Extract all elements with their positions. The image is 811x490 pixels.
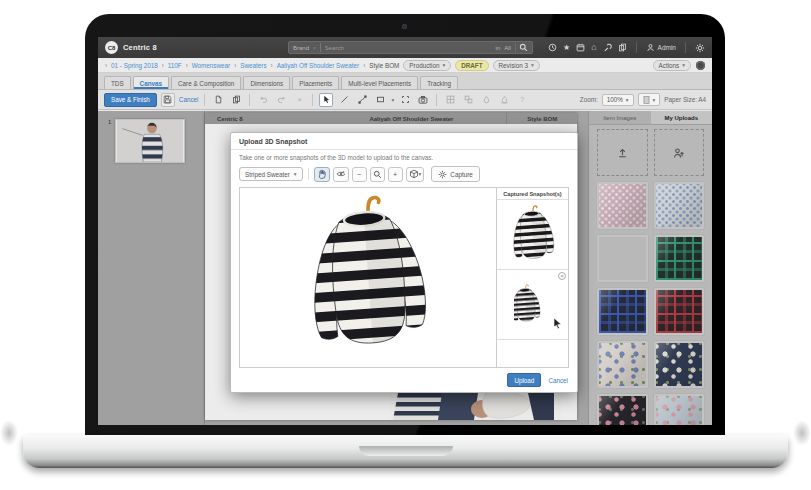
search-scope-value[interactable]: All bbox=[504, 45, 511, 51]
laptop-lid-notch bbox=[359, 446, 453, 456]
breadcrumb-sep: › bbox=[271, 62, 273, 69]
export-icon[interactable] bbox=[211, 93, 225, 107]
webcam-dot bbox=[402, 24, 407, 29]
pan-hand-tool[interactable] bbox=[314, 167, 330, 182]
breadcrumb-link-category[interactable]: Sweaters bbox=[240, 62, 266, 69]
zoom-tool-button[interactable] bbox=[370, 167, 385, 182]
tab-canvas[interactable]: Canvas bbox=[133, 76, 169, 89]
snapshot-camera-icon[interactable] bbox=[416, 93, 430, 107]
centric-logo-icon[interactable]: C8 bbox=[105, 41, 118, 54]
actions-dropdown[interactable]: Actions ▾ bbox=[653, 60, 691, 71]
magnifier-icon bbox=[373, 170, 382, 179]
copy-icon[interactable] bbox=[618, 43, 627, 52]
star-icon[interactable]: ★ bbox=[563, 44, 570, 52]
cancel-link[interactable]: Cancel bbox=[179, 96, 199, 103]
snapshot-empty-slot bbox=[497, 340, 568, 367]
swatch-blue-floral-cream[interactable] bbox=[597, 341, 648, 388]
status-badge: DRAFT bbox=[455, 60, 488, 71]
ungroup-icon bbox=[461, 93, 475, 107]
swatch-pink-floral-black[interactable] bbox=[597, 394, 648, 425]
upload-file-tile[interactable] bbox=[597, 129, 648, 176]
sidebar-tab-my-uploads[interactable]: My Uploads bbox=[651, 111, 713, 124]
breadcrumb-link-style[interactable]: Aaliyah Off Shoulder Sweater bbox=[277, 62, 360, 69]
swatch-white-floral-navy[interactable] bbox=[654, 341, 705, 388]
select-tool-icon[interactable] bbox=[319, 93, 333, 107]
3d-viewport[interactable] bbox=[240, 188, 496, 367]
swatch-blue-tartan[interactable] bbox=[597, 288, 648, 335]
paper-size-label: Paper Size: A4 bbox=[664, 96, 706, 103]
global-search-input[interactable]: Brand ▾ Search in All bbox=[288, 41, 516, 54]
search-brand-filter[interactable]: Brand bbox=[293, 45, 309, 51]
save-button[interactable] bbox=[161, 93, 175, 107]
duplicate-icon[interactable] bbox=[229, 93, 243, 107]
model-select-dropdown[interactable]: Striped Sweater ▾ bbox=[239, 167, 303, 181]
revision-dropdown[interactable]: Revision 3 ▾ bbox=[493, 60, 540, 71]
chevron-down-icon[interactable]: ▾ bbox=[391, 97, 394, 103]
gear-icon bbox=[438, 170, 447, 179]
snapshot-item-1[interactable] bbox=[497, 200, 568, 270]
remove-snapshot-icon[interactable]: × bbox=[558, 272, 566, 280]
page-layout-select[interactable]: ▾ bbox=[638, 93, 661, 106]
orbit-rotate-tool[interactable] bbox=[333, 167, 349, 182]
tab-tracking[interactable]: Tracking bbox=[420, 76, 458, 89]
tab-multi-level-placements[interactable]: Multi-level Placements bbox=[341, 76, 418, 89]
shape-tool-icon[interactable] bbox=[373, 93, 387, 107]
fill-color-icon bbox=[479, 93, 493, 107]
user-name: Admin bbox=[658, 44, 676, 51]
page-number: 1 bbox=[108, 119, 111, 163]
save-finish-button[interactable]: Save & Finish bbox=[104, 93, 157, 107]
swatch-pink-floral-grayblue[interactable] bbox=[654, 394, 705, 425]
line-tool-icon[interactable] bbox=[337, 93, 351, 107]
chevron-down-icon: ▾ bbox=[419, 171, 422, 177]
page-thumbnail[interactable] bbox=[115, 119, 185, 163]
tab-dimensions[interactable]: Dimensions bbox=[243, 76, 290, 89]
canvas-header-app: Centric 8 bbox=[205, 116, 317, 122]
page-icon bbox=[643, 96, 650, 104]
hand-icon bbox=[317, 169, 327, 179]
zoom-out-button[interactable]: − bbox=[352, 167, 367, 182]
stroke-color-icon bbox=[497, 93, 511, 107]
zoom-select[interactable]: 100% ▾ bbox=[602, 94, 634, 106]
view-preset-dropdown[interactable]: ▾ bbox=[406, 167, 425, 182]
lifecycle-dropdown[interactable]: Production ▾ bbox=[403, 60, 451, 71]
divider bbox=[312, 94, 313, 106]
grip-menu-icon[interactable] bbox=[696, 61, 705, 70]
breadcrumb-link-season[interactable]: 01 - Spring 2018 bbox=[111, 62, 158, 69]
upload-button[interactable]: Upload bbox=[507, 373, 541, 387]
divider bbox=[320, 43, 321, 52]
user-menu[interactable]: Admin bbox=[646, 43, 676, 52]
group-icon bbox=[443, 93, 457, 107]
transform-tool-icon[interactable] bbox=[398, 93, 412, 107]
search-button[interactable] bbox=[516, 41, 533, 54]
wrench-icon[interactable] bbox=[603, 43, 612, 52]
history-icon[interactable] bbox=[548, 43, 557, 52]
breadcrumb-sep: › bbox=[162, 62, 164, 69]
dialog-title: Upload 3D Snapshot bbox=[231, 133, 577, 150]
tab-placements[interactable]: Placements bbox=[292, 76, 339, 89]
calendar-icon[interactable] bbox=[576, 43, 585, 52]
zoom-in-button[interactable]: + bbox=[388, 167, 403, 182]
snapshot-item-2[interactable]: × bbox=[497, 270, 568, 340]
swatch-red-tartan[interactable] bbox=[654, 288, 705, 335]
breadcrumb-link-collection[interactable]: 110F bbox=[168, 62, 182, 69]
marketing-stage: C8 Centric 8 Brand ▾ Search in All bbox=[0, 0, 811, 490]
chevron-down-icon: ▾ bbox=[682, 62, 685, 68]
sidebar-tab-item-images[interactable]: Item Images bbox=[589, 111, 651, 124]
redo-icon bbox=[274, 93, 288, 107]
capture-button[interactable]: Capture bbox=[431, 166, 479, 182]
breadcrumb-link-division[interactable]: Womenswear bbox=[192, 62, 230, 69]
swatch-bright-pink-polka-dot[interactable] bbox=[597, 235, 648, 282]
swatch-green-tartan[interactable] bbox=[654, 235, 705, 282]
home-icon[interactable]: ⌂ bbox=[591, 43, 596, 52]
tab-tds[interactable]: TDS bbox=[104, 76, 131, 89]
tab-care-composition[interactable]: Care & Composition bbox=[171, 76, 241, 89]
swatch-pale-blue-polka-dot[interactable] bbox=[654, 182, 705, 229]
pen-tool-icon[interactable] bbox=[355, 93, 369, 107]
dialog-cancel-link[interactable]: Cancel bbox=[548, 377, 568, 384]
sweater-3d-model[interactable] bbox=[293, 192, 443, 364]
orbit-icon bbox=[336, 169, 346, 179]
gear-icon[interactable] bbox=[695, 43, 705, 53]
swatch-dusty-pink-polka-dot[interactable] bbox=[597, 182, 648, 229]
upload-3d-model-tile[interactable] bbox=[654, 129, 705, 176]
cube-icon bbox=[409, 169, 419, 179]
